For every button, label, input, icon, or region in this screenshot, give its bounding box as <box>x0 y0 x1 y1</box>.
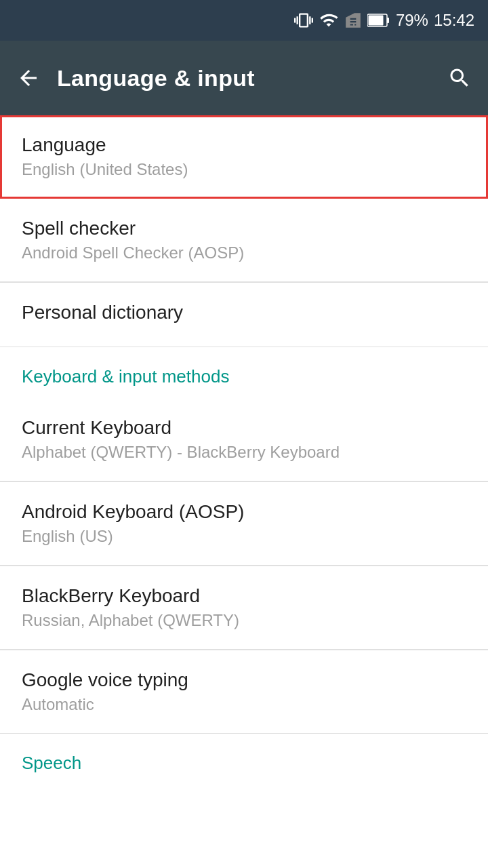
spell-checker-title: Spell checker <box>22 218 466 239</box>
blackberry-keyboard-title: BlackBerry Keyboard <box>22 585 466 607</box>
android-keyboard-title: Android Keyboard (AOSP) <box>22 501 466 523</box>
blackberry-keyboard-item[interactable]: BlackBerry Keyboard Russian, Alphabet (Q… <box>0 566 488 650</box>
spell-checker-item[interactable]: Spell checker Android Spell Checker (AOS… <box>0 199 488 282</box>
status-icons: 79% 15:42 <box>294 11 474 30</box>
google-voice-typing-item[interactable]: Google voice typing Automatic <box>0 650 488 734</box>
language-subtitle: English (United States) <box>22 160 466 179</box>
battery-percent: 79% <box>396 11 428 30</box>
current-keyboard-subtitle: Alphabet (QWERTY) - BlackBerry Keyboard <box>22 443 466 462</box>
svg-rect-2 <box>387 18 389 23</box>
time-display: 15:42 <box>434 11 474 30</box>
search-button[interactable] <box>447 66 472 90</box>
personal-dictionary-item[interactable]: Personal dictionary <box>0 283 488 347</box>
android-keyboard-subtitle: English (US) <box>22 527 466 546</box>
language-title: Language <box>22 134 466 156</box>
wifi-icon <box>319 11 339 30</box>
personal-dictionary-title: Personal dictionary <box>22 302 466 323</box>
current-keyboard-title: Current Keyboard <box>22 417 466 439</box>
vibrate-icon <box>294 11 313 30</box>
blackberry-keyboard-subtitle: Russian, Alphabet (QWERTY) <box>22 611 466 630</box>
battery-icon <box>367 13 390 28</box>
android-keyboard-item[interactable]: Android Keyboard (AOSP) English (US) <box>0 482 488 566</box>
settings-list: Language English (United States) Spell c… <box>0 115 488 785</box>
sim-icon <box>344 11 362 30</box>
language-item[interactable]: Language English (United States) <box>0 115 488 199</box>
keyboard-section-label: Keyboard & input methods <box>22 366 466 387</box>
status-bar: 79% 15:42 <box>0 0 488 41</box>
current-keyboard-item[interactable]: Current Keyboard Alphabet (QWERTY) - Bla… <box>0 398 488 481</box>
speech-section-label: Speech <box>22 753 466 774</box>
back-button[interactable] <box>16 66 41 90</box>
google-voice-typing-subtitle: Automatic <box>22 695 466 714</box>
google-voice-typing-title: Google voice typing <box>22 669 466 691</box>
svg-rect-1 <box>368 16 383 26</box>
keyboard-section-header: Keyboard & input methods <box>0 347 488 398</box>
spell-checker-subtitle: Android Spell Checker (AOSP) <box>22 243 466 262</box>
page-title: Language & input <box>57 65 431 92</box>
speech-section-header: Speech <box>0 734 488 785</box>
app-bar: Language & input <box>0 41 488 115</box>
